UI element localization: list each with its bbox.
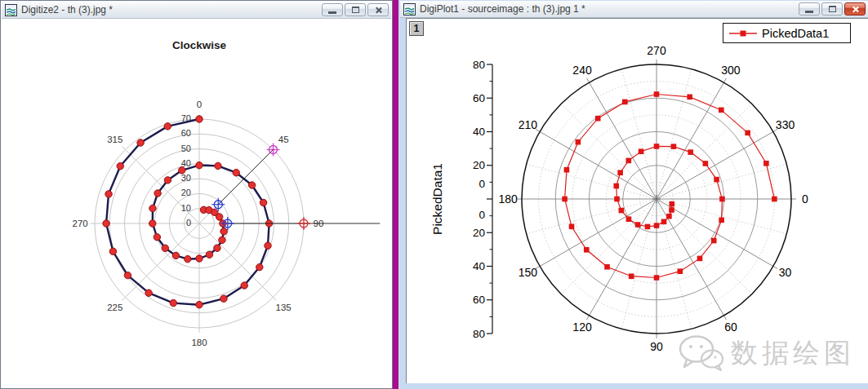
minimize-icon <box>805 11 813 13</box>
svg-text:10: 10 <box>181 203 191 213</box>
digiplot-window-title: DigiPlot1 - sourceimage : th (3).jpg 1 * <box>420 3 585 15</box>
svg-text:20: 20 <box>473 159 485 171</box>
svg-text:PickedData1: PickedData1 <box>430 163 444 235</box>
svg-text:60: 60 <box>473 92 485 104</box>
digiplot-polar-chart: 8060402000204060800306090120150180210240… <box>407 19 868 384</box>
window-divider <box>393 0 398 389</box>
svg-text:80: 80 <box>473 328 485 340</box>
legend[interactable]: PickedData1 <box>723 23 851 43</box>
svg-text:20: 20 <box>181 188 191 197</box>
svg-text:330: 330 <box>776 118 795 131</box>
close-button[interactable] <box>844 2 866 15</box>
digiplot-titlebar[interactable]: DigiPlot1 - sourceimage : th (3).jpg 1 * <box>400 1 868 18</box>
digiplot-graph-area[interactable]: 1 80604020002040608003060901201501802102… <box>406 18 868 383</box>
svg-text:60: 60 <box>724 320 737 334</box>
maximize-button[interactable] <box>821 2 843 15</box>
svg-text:180: 180 <box>191 338 207 347</box>
origin-graph-window-icon <box>5 4 17 16</box>
origin-graph-window-icon <box>403 3 416 15</box>
minimize-button[interactable] <box>322 3 343 16</box>
svg-text:40: 40 <box>473 260 485 272</box>
digitize-image-canvas[interactable]: 04590135180225270315010203040506070Clock… <box>2 19 391 387</box>
radial-axis <box>487 64 492 334</box>
svg-text:225: 225 <box>107 303 122 312</box>
svg-text:50: 50 <box>181 144 191 153</box>
svg-text:30: 30 <box>779 266 792 279</box>
svg-text:240: 240 <box>572 64 592 77</box>
maximize-button[interactable] <box>345 3 366 16</box>
svg-text:40: 40 <box>181 158 191 168</box>
legend-line-marker <box>728 29 758 38</box>
digiplot-window[interactable]: DigiPlot1 - sourceimage : th (3).jpg 1 *… <box>398 0 868 389</box>
digitize-window-title: Digitize2 - th (3).jpg * <box>21 4 113 15</box>
minimize-icon <box>328 11 336 14</box>
svg-text:270: 270 <box>647 44 666 57</box>
calibration-marker-angle-ref-90[interactable] <box>297 217 310 230</box>
svg-text:0: 0 <box>802 192 808 206</box>
svg-text:315: 315 <box>107 135 122 144</box>
svg-text:150: 150 <box>519 266 538 279</box>
layer-1-button[interactable]: 1 <box>409 21 424 36</box>
svg-text:80: 80 <box>473 59 485 71</box>
svg-text:270: 270 <box>72 219 87 228</box>
digitize-titlebar[interactable]: Digitize2 - th (3).jpg * <box>2 2 391 19</box>
calibration-overlay[interactable] <box>211 143 380 230</box>
svg-text:30: 30 <box>181 173 191 183</box>
svg-text:60: 60 <box>181 128 191 138</box>
digitize-polar-chart: 04590135180225270315010203040506070Clock… <box>2 19 393 389</box>
legend-label: PickedData1 <box>762 27 829 40</box>
close-button[interactable] <box>367 3 389 16</box>
y-axis-title: PickedData1 <box>430 163 444 235</box>
svg-text:300: 300 <box>721 64 741 77</box>
close-icon <box>375 7 382 14</box>
svg-text:0: 0 <box>197 99 202 109</box>
polar-grid <box>517 60 796 338</box>
svg-text:20: 20 <box>473 227 485 239</box>
close-icon <box>852 6 859 13</box>
svg-text:40: 40 <box>473 126 485 138</box>
chart-title: Clockwise <box>172 39 227 51</box>
svg-text:Clockwise: Clockwise <box>172 39 227 51</box>
svg-text:60: 60 <box>473 294 485 306</box>
svg-text:0: 0 <box>479 178 485 190</box>
maximize-icon <box>352 7 359 13</box>
svg-text:45: 45 <box>278 135 289 144</box>
maximize-icon <box>829 6 836 12</box>
svg-text:0: 0 <box>186 218 191 228</box>
svg-text:0: 0 <box>479 209 485 221</box>
digitize-window[interactable]: Digitize2 - th (3).jpg * 045901351802252… <box>0 0 393 389</box>
svg-text:90: 90 <box>650 340 663 353</box>
svg-text:180: 180 <box>498 192 518 206</box>
svg-text:120: 120 <box>572 320 592 334</box>
minimize-button[interactable] <box>799 2 820 15</box>
svg-text:210: 210 <box>519 118 538 131</box>
svg-text:135: 135 <box>276 303 292 312</box>
radial-axis-labels: 806040200020406080 <box>473 59 485 340</box>
